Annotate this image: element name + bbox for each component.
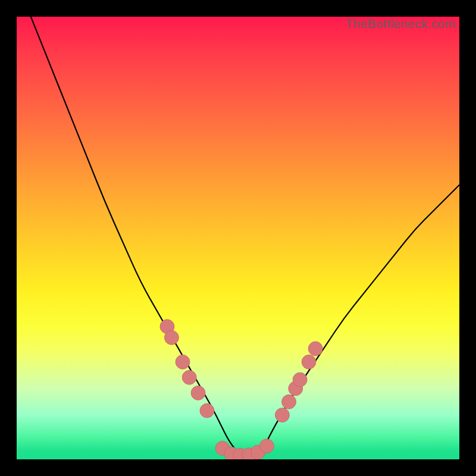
right-cluster-point [302,355,316,369]
left-cluster-point [200,403,214,418]
left-cluster-point [176,355,190,369]
left-cluster-point [191,386,205,400]
right-cluster-point [275,408,289,422]
bottleneck-curve [17,17,459,455]
marker-layer [160,320,322,459]
plot-area: TheBottleneck.com [17,17,459,459]
right-cluster-point [293,372,307,387]
outer-frame: TheBottleneck.com [0,0,476,476]
chart-svg [17,17,459,459]
watermark-text: TheBottleneck.com [346,17,456,31]
bottom-cluster-point [259,439,274,453]
right-cluster-point [282,394,296,409]
left-cluster-point [164,330,178,345]
right-cluster-point [308,342,322,356]
left-cluster-point [182,370,196,384]
